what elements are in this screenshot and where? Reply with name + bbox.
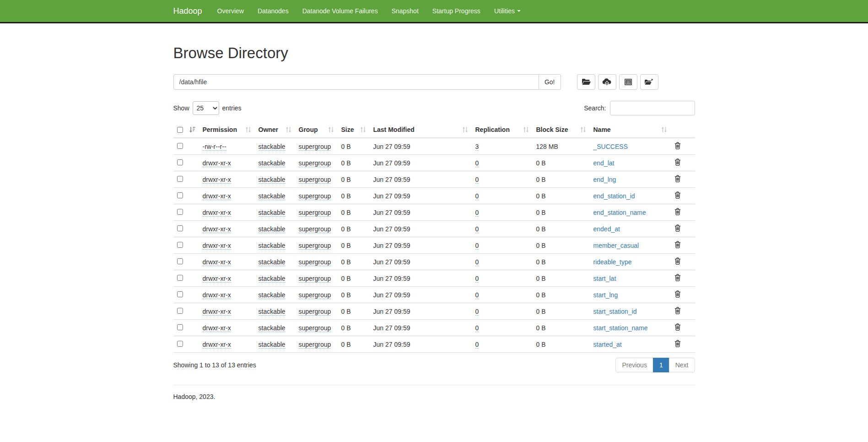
permission-value[interactable]: drwxr-xr-x [203, 209, 231, 217]
replication-value[interactable]: 0 [475, 308, 479, 316]
file-link[interactable]: _SUCCESS [593, 143, 628, 150]
delete-button[interactable] [674, 307, 681, 314]
nav-item-overview[interactable]: Overview [210, 0, 251, 22]
folder-move-button[interactable] [640, 74, 658, 90]
permission-value[interactable]: drwxr-xr-x [203, 308, 231, 316]
file-link[interactable]: started_at [593, 341, 622, 348]
owner-value[interactable]: stackable [259, 275, 286, 283]
file-link[interactable]: end_lat [593, 159, 615, 167]
permission-value[interactable]: drwxr-xr-x [203, 159, 231, 167]
nav-item-datanode-volume-failures[interactable]: Datanode Volume Failures [296, 0, 385, 22]
group-value[interactable]: supergroup [299, 242, 331, 250]
delete-button[interactable] [674, 274, 681, 281]
pagination-next[interactable]: Next [669, 358, 695, 372]
folder-open-button[interactable] [577, 74, 595, 90]
cloud-upload-button[interactable] [598, 74, 616, 90]
delete-button[interactable] [674, 290, 681, 298]
delete-button[interactable] [674, 224, 681, 232]
go-button[interactable]: Go! [539, 74, 561, 90]
replication-value[interactable]: 0 [475, 176, 479, 184]
file-link[interactable]: end_station_name [593, 209, 646, 216]
column-header-group[interactable]: Group [295, 122, 338, 138]
path-input[interactable] [173, 74, 539, 90]
pagination-previous[interactable]: Previous [615, 358, 653, 372]
delete-button[interactable] [674, 191, 681, 199]
file-link[interactable]: end_station_id [593, 192, 635, 200]
owner-value[interactable]: stackable [259, 225, 286, 233]
owner-value[interactable]: stackable [259, 192, 286, 200]
replication-value[interactable]: 0 [475, 324, 479, 332]
file-link[interactable]: start_station_name [593, 324, 648, 332]
group-value[interactable]: supergroup [299, 308, 331, 316]
list-alt-button[interactable] [619, 74, 637, 90]
column-header-last-modified[interactable]: Last Modified [370, 122, 472, 138]
owner-value[interactable]: stackable [259, 324, 286, 332]
owner-value[interactable]: stackable [259, 143, 286, 151]
select-all-header[interactable] [173, 122, 199, 138]
delete-button[interactable] [674, 323, 681, 331]
group-value[interactable]: supergroup [299, 258, 331, 266]
permission-value[interactable]: drwxr-xr-x [203, 341, 231, 349]
column-header-name[interactable]: Name [590, 122, 671, 138]
permission-value[interactable]: drwxr-xr-x [203, 225, 231, 233]
row-checkbox[interactable] [177, 291, 183, 297]
row-checkbox[interactable] [177, 258, 183, 264]
delete-button[interactable] [674, 257, 681, 265]
row-checkbox[interactable] [177, 176, 183, 182]
permission-value[interactable]: drwxr-xr-x [203, 176, 231, 184]
file-link[interactable]: start_lat [593, 275, 616, 282]
group-value[interactable]: supergroup [299, 192, 331, 200]
file-link[interactable]: start_station_id [593, 308, 637, 315]
owner-value[interactable]: stackable [259, 209, 286, 217]
column-header-replication[interactable]: Replication [472, 122, 533, 138]
group-value[interactable]: supergroup [299, 324, 331, 332]
replication-value[interactable]: 0 [475, 242, 479, 250]
group-value[interactable]: supergroup [299, 275, 331, 283]
owner-value[interactable]: stackable [259, 242, 286, 250]
permission-value[interactable]: drwxr-xr-x [203, 242, 231, 250]
select-all-checkbox[interactable] [177, 127, 183, 133]
owner-value[interactable]: stackable [259, 176, 286, 184]
row-checkbox[interactable] [177, 242, 183, 248]
column-header-permission[interactable]: Permission [199, 122, 255, 138]
permission-value[interactable]: -rw-r--r-- [203, 143, 226, 151]
replication-value[interactable]: 0 [475, 291, 479, 299]
replication-value[interactable]: 0 [475, 275, 479, 283]
group-value[interactable]: supergroup [299, 159, 331, 167]
replication-value[interactable]: 0 [475, 225, 479, 233]
replication-value[interactable]: 0 [475, 159, 479, 167]
owner-value[interactable]: stackable [259, 258, 286, 266]
delete-button[interactable] [674, 241, 681, 248]
column-header-owner[interactable]: Owner [255, 122, 295, 138]
group-value[interactable]: supergroup [299, 176, 331, 184]
row-checkbox[interactable] [177, 159, 183, 165]
row-checkbox[interactable] [177, 209, 183, 215]
owner-value[interactable]: stackable [259, 159, 286, 167]
group-value[interactable]: supergroup [299, 291, 331, 299]
row-checkbox[interactable] [177, 143, 183, 149]
search-input[interactable] [610, 101, 695, 115]
delete-button[interactable] [674, 208, 681, 215]
group-value[interactable]: supergroup [299, 143, 331, 151]
file-link[interactable]: end_lng [593, 176, 616, 183]
file-link[interactable]: rideable_type [593, 258, 632, 266]
owner-value[interactable]: stackable [259, 308, 286, 316]
owner-value[interactable]: stackable [259, 341, 286, 349]
delete-button[interactable] [674, 340, 681, 347]
replication-value[interactable]: 0 [475, 258, 479, 266]
delete-button[interactable] [674, 158, 681, 166]
page-length-select[interactable]: 25 [193, 101, 219, 115]
permission-value[interactable]: drwxr-xr-x [203, 275, 231, 283]
nav-item-snapshot[interactable]: Snapshot [385, 0, 426, 22]
file-link[interactable]: ended_at [593, 225, 620, 233]
group-value[interactable]: supergroup [299, 225, 331, 233]
replication-value[interactable]: 3 [475, 143, 479, 151]
replication-value[interactable]: 0 [475, 192, 479, 200]
file-link[interactable]: member_casual [593, 242, 639, 249]
row-checkbox[interactable] [177, 225, 183, 231]
owner-value[interactable]: stackable [259, 291, 286, 299]
delete-button[interactable] [674, 175, 681, 182]
permission-value[interactable]: drwxr-xr-x [203, 291, 231, 299]
row-checkbox[interactable] [177, 308, 183, 314]
permission-value[interactable]: drwxr-xr-x [203, 258, 231, 266]
